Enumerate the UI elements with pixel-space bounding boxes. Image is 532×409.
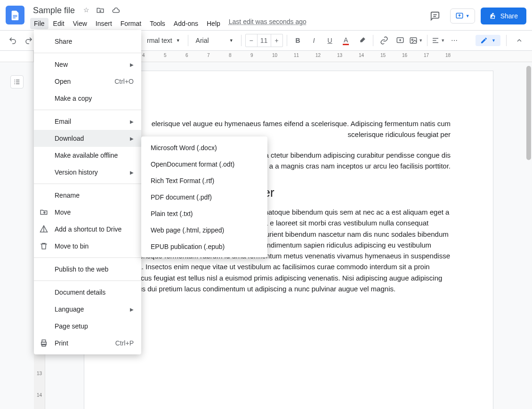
file-menu-download[interactable]: Download▶ [34, 130, 141, 147]
file-menu-page-setup[interactable]: Page setup [34, 318, 141, 335]
download-rtf[interactable]: Rich Text Format (.rtf) [141, 172, 267, 189]
download-odt[interactable]: OpenDocument format (.odt) [141, 156, 267, 172]
insert-image-icon[interactable]: ▼ [409, 33, 423, 48]
chevron-down-icon: ▼ [466, 14, 470, 18]
paragraph-style-select[interactable]: rmal text▼ [143, 33, 184, 48]
highlight-color-icon[interactable] [355, 33, 369, 48]
move-icon [40, 208, 49, 217]
chevron-down-icon: ▼ [441, 38, 445, 43]
underline-icon[interactable]: U [323, 33, 337, 48]
svg-rect-2 [13, 18, 16, 18]
file-menu-publish[interactable]: Publish to the web [34, 261, 141, 278]
more-icon[interactable]: ⋯ [447, 33, 461, 48]
download-docx[interactable]: Microsoft Word (.docx) [141, 139, 267, 156]
share-label: Share [500, 12, 518, 20]
file-menu-move-to-bin[interactable]: Move to bin [34, 238, 141, 255]
file-menu-make-copy[interactable]: Make a copy [34, 90, 141, 107]
present-button[interactable]: ▼ [450, 8, 475, 24]
comments-icon[interactable] [426, 7, 444, 25]
text-color-icon[interactable]: A [339, 33, 353, 48]
file-menu-add-shortcut[interactable]: Add a shortcut to Drive [34, 221, 141, 238]
submenu-arrow-icon: ▶ [130, 170, 134, 175]
menu-edit[interactable]: Edit [49, 18, 68, 29]
menu-insert[interactable]: Insert [92, 18, 116, 29]
file-menu-share[interactable]: Share [34, 33, 141, 50]
svg-point-11 [411, 39, 413, 40]
undo-icon[interactable] [6, 33, 20, 48]
submenu-arrow-icon: ▶ [130, 307, 134, 312]
svg-rect-1 [13, 16, 17, 17]
file-menu-new[interactable]: New▶ [34, 56, 141, 73]
menubar: File Edit View Insert Format Tools Add-o… [30, 18, 426, 29]
editing-mode-button[interactable]: ▼ [476, 35, 500, 46]
drive-shortcut-icon [40, 225, 49, 233]
document-title[interactable]: Sample file [30, 5, 78, 16]
menu-help[interactable]: Help [203, 18, 224, 29]
menu-format[interactable]: Format [117, 18, 145, 29]
last-edit-link[interactable]: Last edit was seconds ago [229, 18, 306, 29]
download-html[interactable]: Web page (.html, zipped) [141, 222, 267, 238]
menu-addons[interactable]: Add-ons [170, 18, 202, 29]
increase-font-icon[interactable]: + [271, 34, 282, 47]
vertical-scrollbar[interactable] [526, 66, 531, 160]
download-pdf[interactable]: PDF document (.pdf) [141, 189, 267, 205]
font-size-value[interactable]: 11 [257, 34, 271, 47]
chevron-down-icon: ▼ [419, 38, 423, 43]
file-menu-open[interactable]: OpenCtrl+O [34, 73, 141, 90]
cloud-status-icon[interactable] [111, 6, 121, 15]
menu-view[interactable]: View [69, 18, 91, 29]
bold-icon[interactable]: B [291, 33, 305, 48]
download-epub[interactable]: EPUB publication (.epub) [141, 238, 267, 255]
file-menu-dropdown: Share New▶ OpenCtrl+O Make a copy Email▶… [34, 30, 141, 354]
font-family-select[interactable]: Arial▼ [192, 33, 237, 48]
svg-rect-22 [42, 340, 46, 342]
document-outline-icon[interactable] [10, 75, 24, 88]
trash-icon [40, 242, 49, 250]
menu-tools[interactable]: Tools [146, 18, 169, 29]
svg-rect-0 [13, 15, 17, 16]
chevron-down-icon: ▼ [176, 38, 180, 43]
file-menu-offline[interactable]: Make available offline [34, 147, 141, 164]
file-menu-print[interactable]: PrintCtrl+P [34, 335, 141, 352]
collapse-toolbar-icon[interactable] [512, 33, 526, 48]
submenu-arrow-icon: ▶ [130, 136, 134, 141]
print-icon [40, 339, 49, 347]
menu-file[interactable]: File [30, 18, 48, 29]
share-button[interactable]: Share [481, 8, 526, 24]
insert-link-icon[interactable] [377, 33, 391, 48]
file-menu-move[interactable]: Move [34, 204, 141, 221]
submenu-arrow-icon: ▶ [130, 62, 134, 67]
font-size-stepper[interactable]: − 11 + [245, 34, 283, 47]
file-menu-version-history[interactable]: Version history▶ [34, 164, 141, 181]
decrease-font-icon[interactable]: − [246, 34, 257, 47]
chevron-down-icon: ▼ [492, 38, 496, 43]
submenu-arrow-icon: ▶ [130, 119, 134, 124]
file-menu-document-details[interactable]: Document details [34, 284, 141, 301]
chevron-down-icon: ▼ [229, 38, 234, 43]
add-comment-icon[interactable] [393, 33, 407, 48]
file-menu-rename[interactable]: Rename [34, 187, 141, 204]
star-icon[interactable]: ☆ [83, 6, 89, 15]
docs-logo[interactable] [6, 6, 24, 24]
download-submenu: Microsoft Word (.docx) OpenDocument form… [141, 136, 267, 257]
file-menu-email[interactable]: Email▶ [34, 113, 141, 130]
move-folder-icon[interactable] [96, 6, 105, 15]
italic-icon[interactable]: I [307, 33, 321, 48]
file-menu-language[interactable]: Language▶ [34, 301, 141, 318]
align-icon[interactable]: ▼ [431, 33, 445, 48]
download-txt[interactable]: Plain text (.txt) [141, 205, 267, 222]
